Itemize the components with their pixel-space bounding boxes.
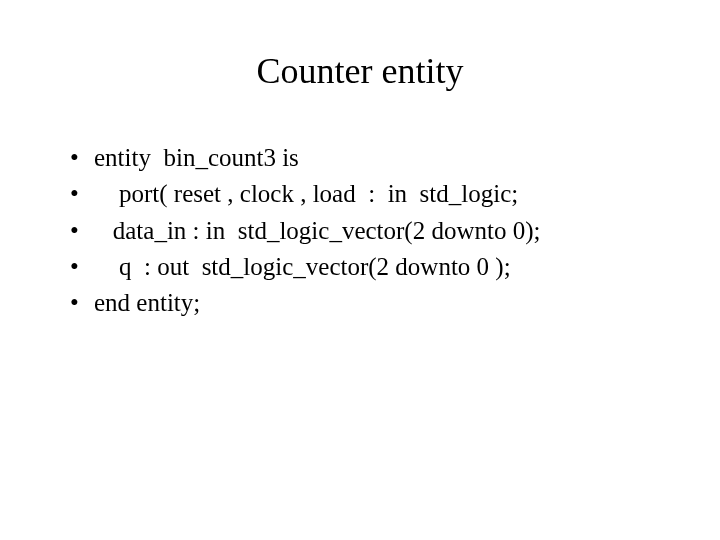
list-item: • end entity; (70, 285, 670, 321)
list-item: • port( reset , clock , load : in std_lo… (70, 176, 670, 212)
bullet-icon: • (70, 249, 94, 285)
bullet-icon: • (70, 285, 94, 321)
bullet-icon: • (70, 213, 94, 249)
list-item: • entity bin_count3 is (70, 140, 670, 176)
bullet-icon: • (70, 176, 94, 212)
slide-title: Counter entity (50, 50, 670, 92)
bullet-text: data_in : in std_logic_vector(2 downto 0… (94, 213, 670, 249)
bullet-text: end entity; (94, 285, 670, 321)
list-item: • data_in : in std_logic_vector(2 downto… (70, 213, 670, 249)
bullet-text: entity bin_count3 is (94, 140, 670, 176)
bullet-text: port( reset , clock , load : in std_logi… (94, 176, 670, 212)
bullet-list: • entity bin_count3 is • port( reset , c… (50, 140, 670, 321)
bullet-icon: • (70, 140, 94, 176)
list-item: • q : out std_logic_vector(2 downto 0 ); (70, 249, 670, 285)
bullet-text: q : out std_logic_vector(2 downto 0 ); (94, 249, 670, 285)
